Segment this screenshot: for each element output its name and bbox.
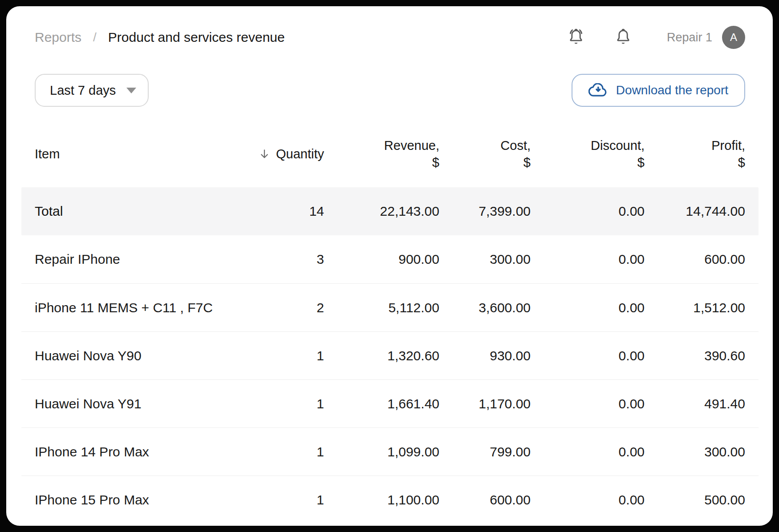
- cell-cost: 300.00: [439, 252, 531, 267]
- table-row: IPhone 14 Pro Max 1 1,099.00 799.00 0.00…: [21, 427, 759, 476]
- cell-cost: 3,600.00: [439, 300, 531, 315]
- account-name[interactable]: Repair 1: [667, 31, 712, 44]
- table-row: Huawei Nova Y90 1 1,320.60 930.00 0.00 3…: [21, 331, 759, 379]
- cell-quantity: 1: [222, 444, 324, 459]
- column-header-revenue: Revenue, $: [324, 137, 439, 171]
- column-header-quantity-label: Quantity: [276, 145, 324, 162]
- cell-revenue: 900.00: [324, 252, 439, 267]
- table-row: Repair IPhone 3 900.00 300.00 0.00 600.0…: [21, 235, 759, 283]
- date-range-select[interactable]: Last 7 days: [35, 74, 149, 107]
- table-header-row: Item Quantity Revenue, $ Cost, $ Discoun…: [35, 137, 745, 187]
- cell-discount: 0.00: [531, 444, 645, 459]
- bell-icon: [614, 28, 632, 47]
- page-title: Product and services revenue: [108, 30, 285, 45]
- total-revenue: 22,143.00: [324, 204, 439, 219]
- cell-quantity: 1: [222, 396, 324, 411]
- column-header-quantity[interactable]: Quantity: [222, 145, 324, 162]
- notifications-button[interactable]: [614, 28, 632, 47]
- notifications-ringing-button[interactable]: [567, 28, 585, 47]
- cell-item: IPhone 14 Pro Max: [35, 444, 222, 459]
- breadcrumb-reports-link[interactable]: Reports: [35, 30, 81, 45]
- cell-profit: 600.00: [645, 252, 745, 267]
- cell-revenue: 1,661.40: [324, 396, 439, 411]
- cell-discount: 0.00: [531, 300, 645, 315]
- cell-discount: 0.00: [531, 492, 645, 508]
- date-range-value: Last 7 days: [50, 83, 116, 98]
- avatar-initial: A: [730, 31, 737, 44]
- total-profit: 14,744.00: [645, 204, 745, 219]
- revenue-table: Item Quantity Revenue, $ Cost, $ Discoun…: [35, 137, 745, 524]
- cell-profit: 491.40: [645, 396, 745, 411]
- table-total-row: Total 14 22,143.00 7,399.00 0.00 14,744.…: [21, 187, 759, 235]
- cell-quantity: 1: [222, 492, 324, 508]
- cell-profit: 390.60: [645, 348, 745, 363]
- column-header-profit: Profit, $: [645, 137, 745, 171]
- total-cost: 7,399.00: [439, 204, 531, 219]
- cell-quantity: 2: [222, 300, 324, 315]
- report-toolbar: Last 7 days Download the report: [35, 74, 745, 107]
- cell-revenue: 5,112.00: [324, 300, 439, 315]
- cell-cost: 799.00: [439, 444, 531, 459]
- cell-cost: 930.00: [439, 348, 531, 363]
- arrow-down-icon: [258, 148, 271, 160]
- table-row: IPhone 15 Pro Max 1 1,100.00 600.00 0.00…: [21, 476, 759, 524]
- total-quantity: 14: [222, 204, 324, 219]
- cell-profit: 1,512.00: [645, 300, 745, 315]
- top-bar: Reports / Product and services revenue: [35, 22, 745, 52]
- cell-item: Huawei Nova Y90: [35, 348, 222, 363]
- cell-item: IPhone 15 Pro Max: [35, 492, 222, 508]
- table-row: Huawei Nova Y91 1 1,661.40 1,170.00 0.00…: [21, 379, 759, 427]
- breadcrumb-separator: /: [93, 30, 97, 44]
- cell-quantity: 3: [222, 252, 324, 267]
- cell-revenue: 1,099.00: [324, 444, 439, 459]
- cell-profit: 500.00: [645, 492, 745, 508]
- app-window: Reports / Product and services revenue: [6, 6, 773, 526]
- chevron-down-icon: [126, 88, 136, 93]
- total-discount: 0.00: [531, 204, 645, 219]
- cell-profit: 300.00: [645, 444, 745, 459]
- column-header-discount: Discount, $: [531, 137, 645, 171]
- column-header-item: Item: [35, 145, 222, 162]
- table-row: iPhone 11 MEMS + C11 , F7C 2 5,112.00 3,…: [21, 283, 759, 331]
- cell-cost: 1,170.00: [439, 396, 531, 411]
- table-body: Repair IPhone 3 900.00 300.00 0.00 600.0…: [35, 235, 745, 524]
- download-report-label: Download the report: [616, 83, 728, 97]
- column-header-cost: Cost, $: [439, 137, 531, 171]
- cell-cost: 600.00: [439, 492, 531, 508]
- cell-item: Huawei Nova Y91: [35, 396, 222, 411]
- total-label: Total: [35, 204, 222, 219]
- cell-revenue: 1,320.60: [324, 348, 439, 363]
- download-report-button[interactable]: Download the report: [572, 74, 745, 107]
- cell-discount: 0.00: [531, 396, 645, 411]
- cell-item: Repair IPhone: [35, 252, 222, 267]
- avatar[interactable]: A: [722, 26, 745, 49]
- breadcrumb: Reports / Product and services revenue: [35, 30, 285, 45]
- cloud-download-icon: [588, 83, 608, 97]
- bell-ringing-icon: [567, 28, 585, 47]
- top-actions: Repair 1 A: [567, 26, 745, 49]
- cell-discount: 0.00: [531, 252, 645, 267]
- cell-quantity: 1: [222, 348, 324, 363]
- cell-item: iPhone 11 MEMS + C11 , F7C: [35, 300, 222, 315]
- cell-revenue: 1,100.00: [324, 492, 439, 508]
- cell-discount: 0.00: [531, 348, 645, 363]
